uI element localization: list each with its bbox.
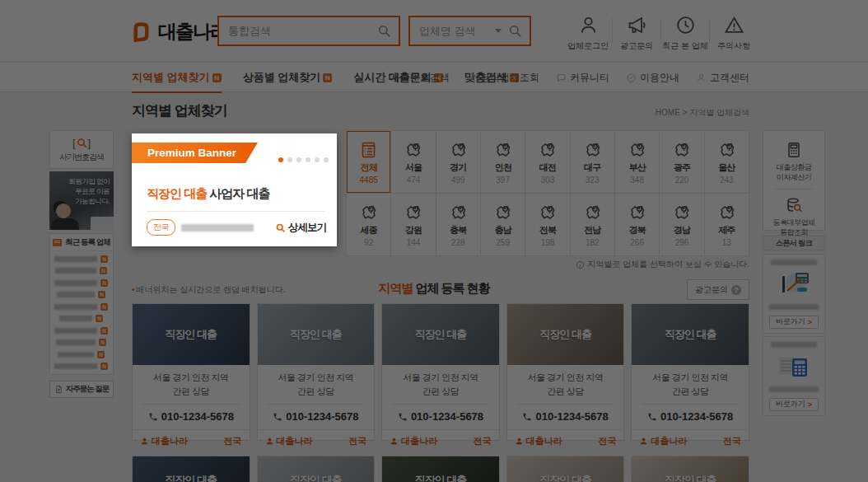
masked-phone-number <box>181 224 254 232</box>
search-icon <box>275 222 286 233</box>
carousel-dot[interactable] <box>287 157 292 162</box>
carousel-dots <box>278 157 329 162</box>
carousel-dot[interactable] <box>324 157 329 162</box>
premium-ribbon: Premium Banner <box>132 143 258 163</box>
detail-link[interactable]: 상세보기 <box>275 221 326 235</box>
region-badge: 전국 <box>147 219 175 236</box>
loan-nara-page: 대출나라 업체로그인 광고문의 최근 본 업체 주의사항 지역별 업체찾기 N … <box>0 0 868 482</box>
premium-banner[interactable]: Premium Banner 직장인 대출 사업자 대출 전국 상세보기 <box>132 133 337 246</box>
carousel-dot[interactable] <box>296 157 301 162</box>
carousel-dot[interactable] <box>306 157 310 162</box>
premium-title: 직장인 대출 사업자 대출 <box>147 186 270 202</box>
carousel-dot[interactable] <box>315 157 320 162</box>
carousel-dot[interactable] <box>278 157 283 162</box>
dim-overlay <box>0 0 868 482</box>
